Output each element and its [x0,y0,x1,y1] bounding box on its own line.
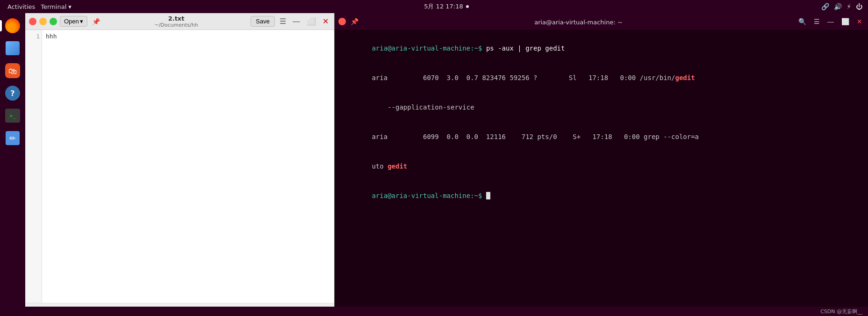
network-icon: 🔗 [821,3,829,10]
terminal-title: aria@aria-virtual-machine: ~ [534,19,623,26]
editor-content[interactable]: hhh [42,30,334,303]
term-highlight-5: gedit [387,162,407,170]
top-bar-center: 5月 12 17:18 [424,2,469,11]
terminal-menu[interactable]: Terminal ▾ [41,3,71,10]
term-highlight-2: gedit [675,74,695,81]
term-prompt-1: aria@aria-virtual-machine:~$ [372,44,482,52]
main-content: Open ▾ 📌 2.txt ~/Documents/hh Save ☰ — ⬜… [25,13,868,316]
terminal-line-4: aria 6099 0.0 0.0 12116 712 pts/0 S+ 17:… [340,122,862,152]
sidebar-item-text-editor[interactable]: ✏ [3,128,22,148]
terminal-close-button[interactable] [338,18,346,25]
sidebar: 🛍 ? >_ ✏ [0,13,25,316]
top-bar-right: 🔗 🔊 ⚡ ⏻ [821,3,862,10]
open-label: Open [64,18,79,25]
term-prompt-6: aria@aria-virtual-machine:~$ [372,192,482,199]
terminal-search-button[interactable]: 🔍 [796,17,808,26]
terminal-content[interactable]: aria@aria-virtual-machine:~$ ps -aux | g… [335,30,868,316]
terminal-line-1: aria@aria-virtual-machine:~$ ps -aux | g… [340,34,862,63]
gedit-title-area: 2.txt ~/Documents/hh [105,15,248,28]
term-normal-5: uto [372,162,387,170]
help-icon: ? [5,86,20,101]
gedit-filename: 2.txt [105,15,248,22]
gedit-window: Open ▾ 📌 2.txt ~/Documents/hh Save ☰ — ⬜… [25,13,335,316]
gedit-titlebar: Open ▾ 📌 2.txt ~/Documents/hh Save ☰ — ⬜… [25,13,334,30]
gedit-editor[interactable]: 1 hhh [25,30,334,303]
gedit-minimize-btn[interactable]: — [291,15,302,28]
top-bar-left: Activities Terminal ▾ [6,3,72,10]
terminal-menu-label: Terminal [41,3,66,10]
sidebar-item-files[interactable] [3,38,22,58]
terminal-minimize-button[interactable]: — [825,17,836,26]
top-bar: Activities Terminal ▾ 5月 12 17:18 🔗 🔊 ⚡ … [0,0,868,13]
gedit-maximize-button[interactable] [50,18,57,25]
terminal-title-area: aria@aria-virtual-machine: ~ [363,17,794,26]
pin-button[interactable]: 📌 [90,16,102,27]
sidebar-item-help[interactable]: ? [3,83,22,103]
terminal-close-btn[interactable]: ✕ [855,17,864,26]
notification-dot [466,5,469,8]
volume-icon: 🔊 [834,3,842,10]
open-button[interactable]: Open ▾ [60,16,87,27]
appstore-icon: 🛍 [5,63,20,78]
open-arrow: ▾ [80,18,83,25]
terminal-menu-arrow: ▾ [68,3,72,10]
datetime: 5月 12 17:18 [424,2,463,11]
gedit-close-btn[interactable]: ✕ [321,15,330,28]
term-normal-4: aria 6099 0.0 0.0 12116 712 pts/0 S+ 17:… [372,133,699,140]
battery-icon: ⚡ [846,3,851,10]
save-button[interactable]: Save [251,16,275,27]
text-editor-icon: ✏ [6,131,20,145]
terminal-line-3: --gapplication-service [340,93,862,122]
activities-button[interactable]: Activities [6,3,37,10]
system-menu-icon[interactable]: ⏻ [856,3,862,10]
term-cmd-6 [482,192,486,199]
line-numbers: 1 [25,30,42,303]
terminal-line-6: aria@aria-virtual-machine:~$ [340,181,862,211]
terminal-pin-btn[interactable]: 📌 [349,16,360,27]
bottom-bar: CSDN @无妄啊__ [25,307,868,316]
terminal-toolbar-icons: 🔍 ☰ — ⬜ ✕ [796,17,864,26]
sidebar-item-appstore[interactable]: 🛍 [3,61,22,81]
gedit-close-button[interactable] [29,18,36,25]
gedit-restore-btn[interactable]: ⬜ [305,15,318,28]
gedit-minimize-button[interactable] [39,18,47,25]
menu-button[interactable]: ☰ [278,15,288,28]
terminal-restore-button[interactable]: ⬜ [839,17,851,26]
terminal-titlebar: 📌 aria@aria-virtual-machine: ~ 🔍 ☰ — ⬜ ✕ [335,13,868,30]
bottom-text: CSDN @无妄啊__ [820,308,862,315]
term-cmd-1: ps -aux | grep gedit [482,44,565,52]
terminal-cursor [486,192,490,199]
terminal-icon: >_ [5,109,20,123]
terminal-window: 📌 aria@aria-virtual-machine: ~ 🔍 ☰ — ⬜ ✕… [335,13,868,316]
line-number-1: 1 [27,33,40,40]
terminal-menu-button[interactable]: ☰ [812,17,822,26]
terminal-line-5: uto gedit [340,152,862,181]
term-normal-2: aria 6070 3.0 0.7 823476 59256 ? Sl 17:1… [372,74,675,81]
sidebar-item-terminal[interactable]: >_ [3,106,22,125]
files-icon [6,41,20,55]
gedit-filepath: ~/Documents/hh [105,22,248,28]
term-normal-3: --gapplication-service [372,103,474,111]
terminal-line-2: aria 6070 3.0 0.7 823476 59256 ? Sl 17:1… [340,63,862,93]
sidebar-item-firefox[interactable] [3,16,22,36]
firefox-icon [5,18,20,33]
